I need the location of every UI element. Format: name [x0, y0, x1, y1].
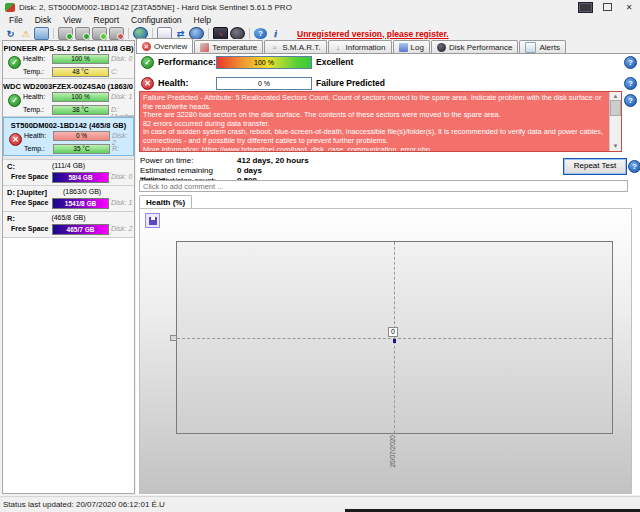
health-label: Health: [24, 132, 46, 139]
tab-disk-performance[interactable]: Disk Performance [431, 40, 519, 53]
disk-number: Disk: 1 [111, 93, 132, 100]
partition-item-2[interactable]: R: (465/8 GB) Free Space 465/7 GB Disk: … [3, 212, 134, 238]
disk-item-1[interactable]: WDC WD2003FZEX-00Z4SA0 (1863/0 GB) ✓ Hea… [3, 79, 134, 117]
chart-point-label: 0 [388, 327, 398, 337]
disk-item-0[interactable]: PIONEER APS-SL2 Serise (111/8 GB) ✓ Heal… [3, 41, 134, 79]
smart-icon: ≈ [270, 43, 279, 52]
disk-performance-icon [437, 43, 446, 52]
disk-test-icon-1[interactable] [58, 27, 73, 40]
tab-alerts[interactable]: Alerts [519, 40, 565, 53]
tab-label: Alerts [539, 43, 559, 52]
partition-size: (1863/0 GB) [63, 188, 101, 195]
health-status: Failure Predicted [316, 78, 385, 88]
menu-file[interactable]: File [3, 14, 29, 27]
menu-report[interactable]: Report [88, 14, 126, 27]
menu-help[interactable]: Help [188, 14, 217, 27]
alert-help-icon[interactable]: ? [624, 94, 637, 107]
disk-item-2-selected[interactable]: ST500DM002-1BD142 (465/8 GB) ✕ Health: 0… [3, 117, 134, 156]
temp-bar: 35 °C [53, 144, 110, 154]
tab-overview[interactable]: ✕ Overview [136, 38, 193, 53]
tab-label: Disk Performance [449, 43, 513, 52]
unregistered-link[interactable]: Unregistered version, please register. [297, 29, 449, 39]
info-toolbar-icon[interactable]: ⅈ [269, 28, 282, 39]
warning-shield-icon[interactable]: ⚠ [19, 28, 32, 39]
refresh-icon[interactable]: ↻ [4, 28, 17, 39]
performance-status: Excellent [316, 57, 353, 67]
repeat-test-help-icon[interactable]: ? [628, 160, 640, 173]
stat-label: Power on time: [140, 156, 237, 166]
alert-line: More information: https://www.hdsentinel… [143, 146, 607, 152]
temp-label: Temp.: [23, 68, 44, 75]
log-notebook-icon [399, 43, 408, 52]
disk-search-icon[interactable] [109, 27, 124, 40]
menu-configuration[interactable]: Configuration [125, 14, 188, 27]
health-row: ✕ Health: 0 % Failure Predicted [141, 77, 385, 89]
performance-help-icon[interactable]: ? [624, 56, 637, 69]
drive-letter: C: [111, 68, 118, 75]
failure-alert-box[interactable]: Failure Predicted - Attribute: 5 Realloc… [139, 91, 622, 152]
free-space-label: Free Space [11, 199, 48, 206]
temp-bar: 48 °C [52, 67, 109, 77]
tab-information[interactable]: ↓ Information [328, 40, 392, 53]
free-space-bar: 1541/8 GB [52, 198, 109, 209]
performance-row: ✓ Performance: 100 % Excellent [141, 56, 353, 68]
scroll-down-icon[interactable]: ▼ [613, 142, 619, 151]
alert-scrollbar[interactable]: ▲ ▼ [609, 92, 621, 151]
disk-number: Disk: 0 [111, 173, 132, 180]
partition-size: (111/4 GB) [3, 162, 134, 169]
performance-label: Performance: [158, 57, 212, 67]
y-axis-tick [170, 335, 177, 341]
report-monitor-icon[interactable] [34, 27, 49, 40]
disk-number: Disk: 0 [111, 55, 132, 62]
save-chart-icon[interactable] [145, 213, 160, 228]
alert-line: Failure Predicted - Attribute: 5 Realloc… [143, 94, 607, 111]
health-bar: 0 % [53, 131, 110, 141]
free-space-bar: 465/7 GB [52, 224, 109, 235]
disk-test-icon-3[interactable] [92, 27, 107, 40]
partition-name: D: [Jupiter] [7, 188, 47, 197]
comment-input[interactable] [139, 180, 628, 192]
overview-error-icon: ✕ [142, 42, 151, 51]
thermometer-icon [200, 43, 209, 52]
tab-smart[interactable]: ≈ S.M.A.R.T. [264, 40, 326, 53]
menu-disk[interactable]: Disk [29, 14, 58, 27]
health-label: Health: [23, 93, 45, 100]
disk-test-icon-2[interactable] [75, 27, 90, 40]
health-chart-tab[interactable]: Health (%) [139, 195, 192, 209]
health-bar: 100 % [52, 54, 109, 64]
tab-temperature[interactable]: Temperature [194, 40, 263, 53]
tray-monitor-icon[interactable] [574, 1, 596, 14]
health-chart-panel: 0 20/07/2020 [139, 208, 632, 494]
partition-item-1[interactable]: D: [Jupiter] (1863/0 GB) Free Space 1541… [3, 186, 134, 212]
restore-button[interactable] [596, 1, 618, 14]
performance-ok-icon: ✓ [141, 56, 154, 69]
free-space-label: Free Space [11, 173, 48, 180]
disk-sidebar: PIONEER APS-SL2 Serise (111/8 GB) ✓ Heal… [2, 40, 135, 494]
close-button[interactable]: ✕ [618, 1, 640, 14]
health-help-icon[interactable]: ? [624, 77, 637, 90]
disk-name: WDC WD2003FZEX-00Z4SA0 (1863/0 GB) [3, 79, 134, 91]
tab-strip: ✕ Overview Temperature ≈ S.M.A.R.T. ↓ In… [136, 39, 640, 53]
health-label: Health: [158, 78, 212, 88]
repeat-test-button[interactable]: Repeat Test [563, 158, 627, 175]
toolbar-separator [208, 28, 209, 39]
tab-log[interactable]: Log [393, 40, 430, 53]
disk-number: Disk: 2 [111, 225, 132, 232]
tab-label: S.M.A.R.T. [282, 43, 320, 52]
drive-letter: R: [112, 145, 119, 152]
disk-name: PIONEER APS-SL2 Serise (111/8 GB) [3, 41, 134, 53]
partition-size: (465/8 GB) [3, 214, 134, 221]
help-toolbar-icon[interactable]: ? [254, 28, 267, 39]
x-axis-date-label: 20/07/2020 [389, 435, 396, 468]
tab-label: Overview [154, 42, 187, 51]
app-icon [5, 3, 15, 12]
partition-item-0[interactable]: C: (111/4 GB) Free Space 58/4 GB Disk: 0 [3, 160, 134, 186]
information-icon: ↓ [334, 43, 343, 52]
menu-view[interactable]: View [57, 14, 87, 27]
health-label: Health: [23, 55, 45, 62]
scroll-thumb[interactable] [610, 100, 621, 116]
tab-label: Log [411, 43, 424, 52]
alerts-page-icon [525, 42, 536, 53]
status-text: Status last updated: 20/07/2020 06:12:01… [3, 500, 165, 509]
remaining-lifetime-row: Estimated remaining lifetime: 0 days [140, 166, 262, 176]
